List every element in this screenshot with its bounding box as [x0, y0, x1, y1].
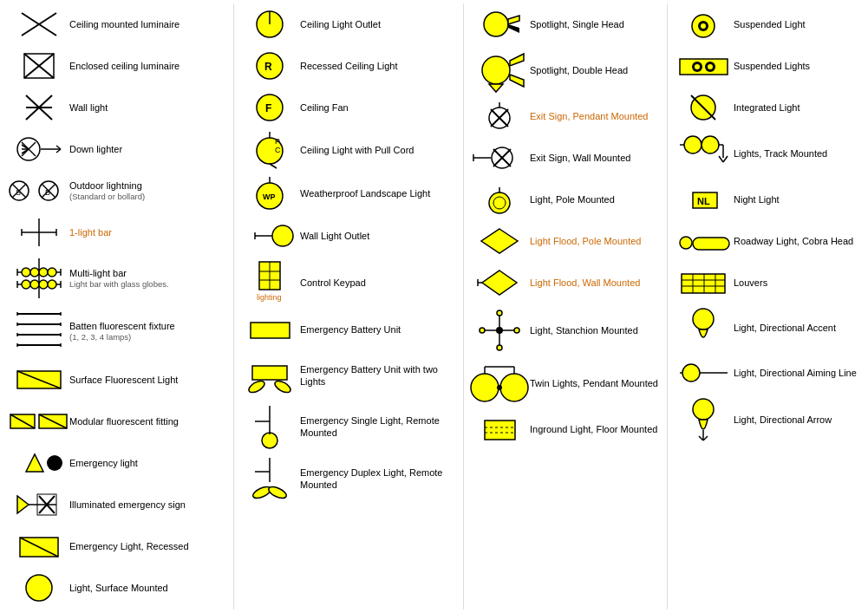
- svg-point-133: [497, 345, 502, 350]
- light-directional-aiming-row: Light, Directional Aiming Line: [668, 352, 868, 394]
- louvers-label: Louvers: [734, 277, 866, 289]
- svg-point-38: [22, 280, 30, 289]
- exit-sign-wall-label: Exit Sign, Wall Mounted: [530, 152, 662, 164]
- svg-point-105: [266, 485, 287, 500]
- emergency-single-label: Emergency Single Light, Remote Mounted: [300, 414, 458, 440]
- ceiling-light-outlet-row: Ceiling Light Outlet: [234, 3, 463, 45]
- one-light-bar-label: 1-light bar: [69, 226, 228, 238]
- svg-rect-144: [485, 421, 515, 440]
- emergency-battery-two-label: Emergency Battery Unit with two Lights: [300, 363, 458, 388]
- wall-light-icon: [9, 92, 69, 123]
- ceiling-light-outlet-label: Ceiling Light Outlet: [300, 18, 458, 30]
- emergency-single-row: Emergency Single Light, Remote Mounted: [234, 401, 463, 453]
- surface-fluorescent-icon: [9, 364, 69, 395]
- light-directional-accent-row: Light, Directional Accent: [668, 303, 868, 352]
- integrated-light-label: Integrated Light: [734, 101, 866, 114]
- batten-fluorescent-icon: [9, 307, 69, 355]
- roadway-light-label: Roadway Light, Cobra Head: [734, 235, 866, 247]
- svg-point-63: [47, 455, 62, 471]
- suspended-light-label: Suspended Light: [734, 18, 866, 30]
- surface-fluorescent-label: Surface Fluorescent Light: [69, 374, 228, 386]
- svg-point-173: [693, 309, 714, 329]
- lights-track-mounted-icon: [673, 132, 734, 175]
- exit-sign-pendant-icon: [469, 101, 530, 132]
- svg-point-138: [471, 374, 499, 401]
- weatherproof-landscape-label: Weatherproof Landscape Light: [300, 187, 458, 199]
- ceiling-light-pull-cord-icon: P C: [239, 132, 300, 168]
- enclosed-ceiling-luminaire-label: Enclosed ceiling luminaire: [69, 60, 228, 72]
- emergency-battery-two-row: Emergency Battery Unit with two Lights: [234, 350, 463, 401]
- svg-point-140: [497, 385, 502, 390]
- outdoor-lightning-row: S B Outdoor lightning (Standard or bolla…: [3, 170, 233, 212]
- light-surface-mounted-label: Light, Surface Mounted: [69, 582, 228, 594]
- light-flood-pole-icon: [469, 225, 530, 257]
- light-pole-mounted-label: Light, Pole Mounted: [530, 193, 662, 205]
- light-directional-aiming-icon: [673, 357, 734, 388]
- night-light-label: Night Light: [734, 193, 866, 205]
- suspended-light-icon: [673, 9, 734, 40]
- night-light-icon: NL: [673, 184, 734, 215]
- emergency-light-icon: [9, 447, 69, 479]
- light-stanchion-icon: [469, 307, 530, 355]
- exit-sign-wall-row: Exit Sign, Wall Mounted: [464, 137, 667, 179]
- light-directional-arrow-icon: [673, 397, 734, 442]
- ceiling-mounted-luminaire-label: Ceiling mounted luminaire: [69, 18, 228, 30]
- one-light-bar-icon: [9, 217, 69, 248]
- control-keypad-icon: lighting: [239, 260, 300, 305]
- svg-point-154: [708, 64, 713, 69]
- exit-sign-wall-icon: [469, 142, 530, 173]
- illuminated-emergency-row: Illuminated emergency sign: [3, 484, 233, 525]
- outdoor-lightning-label: Outdoor lightning (Standard or bollard): [69, 179, 228, 203]
- spotlight-single-row: Spotlight, Single Head: [464, 3, 667, 45]
- integrated-light-icon: [673, 92, 734, 123]
- spotlight-double-row: Spotlight, Double Head: [464, 45, 667, 95]
- twin-lights-pendant-row: Twin Lights, Pendant Mounted: [464, 358, 667, 408]
- svg-point-34: [48, 268, 56, 277]
- svg-point-106: [484, 12, 508, 36]
- svg-point-96: [247, 379, 266, 395]
- emergency-recessed-icon: [9, 531, 69, 562]
- svg-point-32: [30, 268, 39, 277]
- ceiling-light-outlet-icon: [239, 9, 300, 40]
- suspended-light-row: Suspended Light: [668, 3, 868, 45]
- svg-marker-111: [510, 75, 524, 87]
- svg-point-31: [22, 268, 30, 277]
- enclosed-ceiling-luminaire-row: Enclosed ceiling luminaire: [3, 45, 233, 87]
- exit-sign-pendant-row: Exit Sign, Pendant Mounted: [464, 95, 667, 137]
- spotlight-single-icon: [469, 9, 530, 40]
- light-flood-pole-row: Light Flood, Pole Mounted: [464, 220, 667, 262]
- emergency-light-row: Emergency light: [3, 442, 233, 484]
- batten-fluorescent-row: Batten fluorescent fixture (1, 2, 3, 4 l…: [3, 303, 233, 359]
- control-keypad-row: lighting Control Keypad: [234, 257, 463, 309]
- svg-marker-128: [482, 271, 517, 295]
- one-light-bar-row: 1-light bar: [3, 212, 233, 253]
- recessed-ceiling-light-row: R Recessed Ceiling Light: [234, 45, 463, 87]
- svg-point-71: [26, 575, 52, 601]
- svg-rect-95: [252, 366, 287, 380]
- svg-marker-108: [508, 24, 519, 33]
- light-directional-arrow-label: Light, Directional Arrow: [734, 414, 866, 426]
- emergency-recessed-row: Emergency Light, Recessed: [3, 525, 233, 567]
- emergency-battery-icon: [239, 314, 300, 345]
- spotlight-double-label: Spotlight, Double Head: [530, 64, 662, 76]
- exit-sign-pendant-label: Exit Sign, Pendant Mounted: [530, 110, 662, 122]
- inground-light-icon: [469, 414, 530, 445]
- svg-point-135: [480, 328, 485, 333]
- emergency-battery-row: Emergency Battery Unit: [234, 309, 463, 350]
- illuminated-emergency-label: Illuminated emergency sign: [69, 499, 228, 511]
- svg-point-131: [497, 310, 502, 316]
- control-keypad-label: Control Keypad: [300, 277, 458, 289]
- multi-light-bar-label: Multi-light bar Light bar with glass glo…: [69, 267, 228, 290]
- light-flood-pole-label: Light Flood, Pole Mounted: [530, 235, 662, 247]
- lights-track-mounted-label: Lights, Track Mounted: [734, 147, 866, 160]
- recessed-ceiling-light-icon: R: [239, 50, 300, 82]
- wall-light-label: Wall light: [69, 101, 228, 114]
- batten-fluorescent-label: Batten fluorescent fixture (1, 2, 3, 4 l…: [69, 320, 228, 343]
- down-lighter-label: Down lighter: [69, 143, 228, 155]
- light-directional-arrow-row: Light, Directional Arrow: [668, 394, 868, 446]
- svg-point-152: [695, 64, 700, 69]
- light-directional-accent-icon: [673, 307, 734, 349]
- multi-light-bar-icon: [9, 257, 69, 300]
- suspended-lights-row: Suspended Lights: [668, 45, 868, 87]
- emergency-duplex-icon: [239, 456, 300, 501]
